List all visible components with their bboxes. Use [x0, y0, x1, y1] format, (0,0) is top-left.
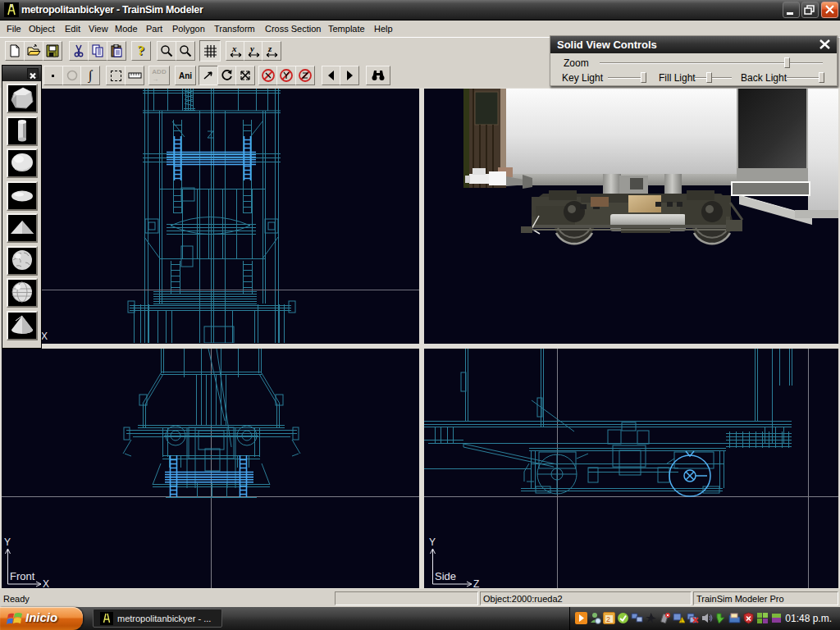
- svg-text:Side: Side: [435, 570, 456, 582]
- svg-text:X: X: [41, 331, 48, 342]
- svg-text:X: X: [43, 578, 49, 588]
- svg-text:z: z: [267, 44, 272, 53]
- svg-text:y: y: [249, 44, 254, 53]
- svg-text:2: 2: [606, 615, 610, 623]
- svg-text:Z: Z: [473, 578, 479, 588]
- svg-text:Y: Y: [4, 536, 11, 548]
- svg-text:x: x: [231, 44, 237, 53]
- svg-text:Y: Y: [429, 536, 436, 548]
- svg-text:Front: Front: [10, 570, 35, 582]
